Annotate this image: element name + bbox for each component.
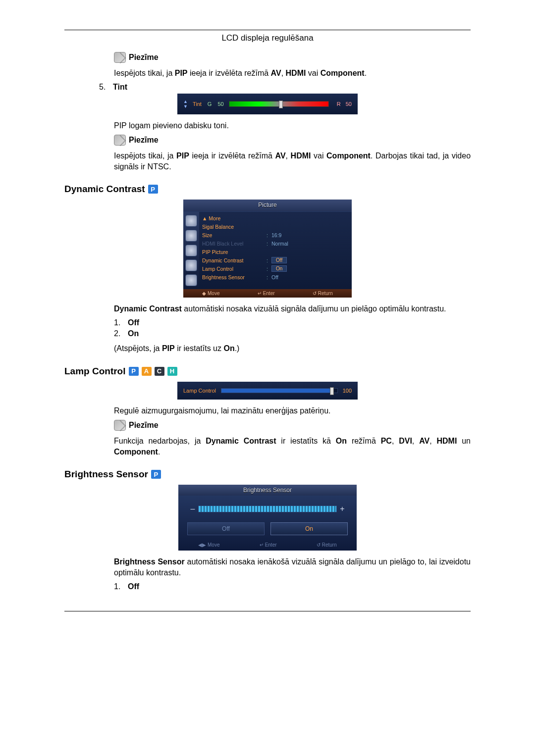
bs-plus-button[interactable]: + — [337, 504, 348, 513]
lamp-osd-value: 100 — [343, 388, 352, 394]
badge-p-icon: P — [151, 470, 161, 479]
tint-description: PIP logam pievieno dabisku toni. — [114, 120, 471, 131]
list-number: 1. — [114, 318, 122, 327]
osd-title: Picture — [183, 200, 352, 212]
osd-row-hdmi: HDMI Black Level — [202, 241, 267, 247]
page-header: LCD displeja regulēšana — [64, 33, 471, 43]
osd-value-bs: Off — [271, 274, 349, 280]
tint-slider[interactable] — [229, 101, 329, 107]
list-number: 1. — [114, 582, 122, 591]
osd-hint-enter: ↵ Enter — [258, 291, 275, 296]
bs-on-button[interactable]: On — [270, 522, 348, 535]
lamp-control-osd: Lamp Control 100 — [177, 382, 358, 400]
brightness-sensor-text: Brightness Sensor automātiski nosaka ien… — [114, 556, 471, 578]
osd-hint-move: ◆ Move — [202, 291, 219, 296]
osd-row-size[interactable]: Size — [202, 232, 267, 238]
lamp-slider-handle[interactable] — [330, 387, 334, 395]
pencil-icon — [114, 135, 126, 146]
list-off: Off — [128, 582, 139, 591]
osd-value-lamp[interactable]: On — [271, 265, 287, 272]
lamp-osd-label: Lamp Control — [183, 388, 216, 394]
note-label: Piezīme — [129, 136, 159, 145]
note-text-2: Iespējots tikai, ja PIP ieeja ir izvēlēt… — [114, 151, 471, 172]
tint-r-value: 50 — [346, 101, 352, 107]
pencil-icon — [114, 52, 126, 63]
tint-osd: ▲▼ Tint G 50 R 50 — [177, 94, 358, 114]
osd-icon[interactable] — [185, 259, 197, 271]
badge-a-icon: A — [142, 367, 152, 376]
osd-hint-move: ◀▶ Move — [198, 542, 219, 548]
brightness-sensor-osd: Brightness Sensor – + Off On ◀▶ Move ↵ E… — [178, 485, 357, 551]
tint-g-value: 50 — [217, 101, 223, 107]
dynamic-contrast-text: Dynamic Contrast automātiski nosaka vizu… — [114, 303, 471, 314]
osd-row-sigal-balance[interactable]: Sigal Balance — [202, 224, 267, 230]
osd-sidebar-icons — [183, 212, 199, 289]
badge-h-icon: H — [167, 367, 177, 376]
osd-hint-enter: ↵ Enter — [260, 542, 277, 548]
bs-minus-button[interactable]: – — [187, 504, 198, 513]
tint-slider-handle[interactable] — [279, 101, 283, 108]
osd-hint-return: ↺ Return — [313, 291, 333, 296]
lamp-control-heading: Lamp Control P A C H — [64, 366, 471, 377]
note-text-1: Iespējots tikai, ja PIP ieeja ir izvēlēt… — [114, 68, 471, 79]
list-off: Off — [128, 318, 139, 327]
bs-osd-title: Brightness Sensor — [178, 485, 357, 496]
brightness-sensor-heading: Brightness Sensor P — [64, 469, 471, 480]
dc-disabled-text: (Atspējots, ja PIP ir iestatīts uz On.) — [114, 343, 471, 354]
osd-icon[interactable] — [185, 274, 197, 286]
tint-osd-label: Tint — [193, 101, 202, 107]
list-number-5: 5. — [99, 83, 107, 92]
arrow-up-down-icon: ▲▼ — [183, 99, 188, 109]
osd-value-size: 16:9 — [271, 232, 349, 238]
note-label: Piezīme — [129, 53, 159, 62]
osd-icon[interactable] — [185, 215, 197, 227]
badge-p-icon: P — [129, 367, 139, 376]
osd-value-dc[interactable]: Off — [271, 257, 287, 263]
badge-p-icon: P — [148, 185, 158, 194]
lamp-slider[interactable] — [221, 388, 338, 393]
osd-row-pip[interactable]: PIP Picture — [202, 249, 267, 255]
list-number: 2. — [114, 329, 122, 338]
note-label: Piezīme — [129, 421, 159, 430]
bs-slider[interactable] — [198, 505, 337, 512]
tint-g-label: G — [208, 101, 212, 107]
lamp-text: Regulē aizmugurgaismojumu, lai mazinātu … — [114, 405, 471, 416]
list-on: On — [128, 329, 139, 338]
badge-c-icon: C — [155, 367, 164, 376]
osd-row-lamp[interactable]: Lamp Control — [202, 266, 267, 272]
list-label-tint: Tint — [113, 83, 127, 92]
osd-hint-return: ↺ Return — [317, 542, 337, 548]
dynamic-contrast-heading: Dynamic Contrast P — [64, 184, 471, 195]
dynamic-contrast-osd: Picture ▲ More Sigal Balance Size:16:9 H… — [183, 200, 352, 298]
lamp-note-text: Funkcija nedarbojas, ja Dynamic Contrast… — [114, 436, 471, 457]
osd-row-brightness-sensor[interactable]: Brightness Sensor — [202, 274, 267, 280]
bs-off-button[interactable]: Off — [187, 522, 265, 535]
osd-icon[interactable] — [185, 245, 197, 256]
pencil-icon — [114, 420, 126, 431]
tint-r-label: R — [337, 101, 341, 107]
osd-icon[interactable] — [185, 230, 197, 242]
osd-row-dynamic-contrast[interactable]: Dynamic Contrast — [202, 257, 267, 263]
osd-value-hdmi: Normal — [271, 241, 349, 247]
osd-row-more[interactable]: ▲ More — [202, 215, 267, 221]
